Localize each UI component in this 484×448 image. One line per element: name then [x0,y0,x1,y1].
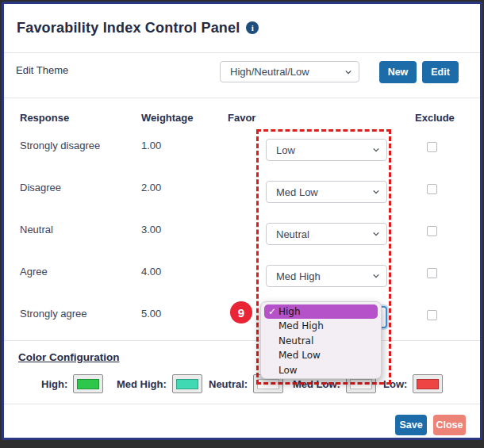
page-title-text: Favorability Index Control Panel [17,20,240,36]
header-weightage: Weightage [141,112,194,124]
color-config-title: Color Configuration [18,351,119,363]
weightage-value: 3.00 [141,224,161,235]
swatch-fill [417,379,439,389]
response-label: Strongly agree [20,308,87,320]
color-config-divider [4,340,480,341]
chevron-down-icon [373,189,379,195]
header-exclude: Exclude [415,112,455,124]
favor-select-value: Neutral [276,228,309,240]
theme-select[interactable]: High/Neutral/Low [220,61,359,82]
color-config-item-low: Low: [383,374,443,393]
favor-select-strongly-disagree[interactable]: Low [266,139,387,161]
save-button[interactable]: Save [395,415,427,435]
response-label: Disagree [20,182,61,193]
color-label: Med High: [117,378,167,390]
favor-select-disagree[interactable]: Med Low [266,181,387,203]
chevron-down-icon [373,231,379,237]
color-label: Med Low: [293,378,340,390]
color-label: Low: [383,378,407,390]
favor-select-value: Med High [276,270,321,282]
weightage-value: 2.00 [141,182,161,193]
close-button[interactable]: Close [433,415,466,435]
response-label: Neutral [20,224,53,235]
edit-theme-label: Edit Theme [16,64,68,76]
color-swatch-med-high[interactable] [172,374,202,393]
edit-button[interactable]: Edit [422,61,459,83]
swatch-fill [350,379,372,389]
color-label: High: [41,378,67,390]
dropdown-option-low[interactable]: Low [261,363,381,377]
swatch-fill [257,379,279,389]
dropdown-option-med-low[interactable]: Med Low [261,348,381,362]
favorability-modal: Favorability Index Control Paneli Edit T… [2,2,482,440]
favor-select-agree[interactable]: Med High [266,265,387,287]
exclude-checkbox-strongly-disagree[interactable] [427,142,437,152]
swatch-fill [77,379,99,389]
chevron-down-icon [345,69,351,75]
color-config-item-med-high: Med High: [117,374,202,393]
header-divider [4,52,480,53]
favor-select-neutral[interactable]: Neutral [266,223,387,245]
chevron-down-icon [373,147,379,153]
favor-select-value: Med Low [276,186,318,198]
swatch-fill [176,379,198,389]
weightage-value: 5.00 [141,308,161,320]
info-icon[interactable]: i [246,21,259,34]
exclude-checkbox-agree[interactable] [427,268,437,278]
response-label: Strongly disagree [20,140,100,151]
dropdown-option-high[interactable]: ✓ High [264,304,378,319]
weightage-value: 1.00 [141,140,161,151]
favor-select-value: Low [276,144,295,156]
exclude-checkbox-strongly-agree[interactable] [427,310,437,320]
check-icon: ✓ [268,304,276,319]
footer-divider [4,404,480,404]
option-label: High [278,306,301,317]
dropdown-option-neutral[interactable]: Neutral [261,334,381,348]
option-label: Med Low [278,350,321,361]
exclude-checkbox-disagree[interactable] [427,184,437,194]
favor-dropdown-popup: ✓ High Med High Neutral Med Low Low [260,301,382,379]
page-title: Favorability Index Control Paneli [17,20,259,36]
header-favor: Favor [228,112,255,124]
section-divider [4,98,480,98]
exclude-checkbox-neutral[interactable] [427,226,437,236]
new-button[interactable]: New [379,61,417,83]
color-label: Neutral: [209,378,248,390]
weightage-value: 4.00 [141,266,161,278]
color-swatch-low[interactable] [413,374,443,393]
dropdown-option-med-high[interactable]: Med High [261,319,381,333]
chevron-down-icon [373,273,379,279]
option-label: Low [278,365,298,376]
theme-select-value: High/Neutral/Low [230,66,309,78]
color-swatch-high[interactable] [73,374,103,393]
color-config-item-high: High: [41,374,103,393]
step-badge: 9 [230,301,252,324]
option-label: Med High [278,320,324,331]
header-response: Response [20,112,69,124]
option-label: Neutral [278,335,313,347]
response-label: Agree [20,266,48,278]
